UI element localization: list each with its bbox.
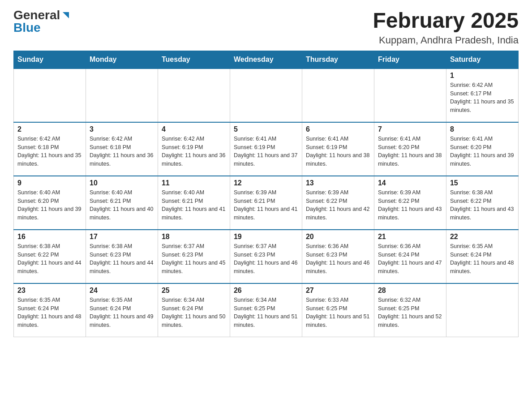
day-info: Sunrise: 6:37 AMSunset: 6:23 PMDaylight:…	[234, 242, 298, 276]
logo-blue-text: Blue	[13, 21, 41, 34]
calendar-cell: 6Sunrise: 6:41 AMSunset: 6:19 PMDaylight…	[302, 122, 374, 176]
day-number: 3	[90, 125, 154, 133]
day-number: 16	[17, 233, 82, 241]
calendar-week-row: 16Sunrise: 6:38 AMSunset: 6:22 PMDayligh…	[14, 230, 519, 283]
title-area: February 2025 Kuppam, Andhra Pradesh, In…	[373, 9, 519, 46]
calendar-cell: 13Sunrise: 6:39 AMSunset: 6:22 PMDayligh…	[302, 176, 374, 230]
day-info: Sunrise: 6:39 AMSunset: 6:22 PMDaylight:…	[306, 188, 370, 222]
calendar-cell	[14, 68, 86, 122]
day-info: Sunrise: 6:39 AMSunset: 6:22 PMDaylight:…	[378, 188, 442, 222]
calendar-cell: 19Sunrise: 6:37 AMSunset: 6:23 PMDayligh…	[230, 230, 302, 283]
calendar-cell: 9Sunrise: 6:40 AMSunset: 6:20 PMDaylight…	[14, 176, 86, 230]
calendar-cell: 15Sunrise: 6:38 AMSunset: 6:22 PMDayligh…	[446, 176, 518, 230]
calendar-cell: 25Sunrise: 6:34 AMSunset: 6:24 PMDayligh…	[158, 283, 230, 337]
day-info: Sunrise: 6:40 AMSunset: 6:20 PMDaylight:…	[17, 188, 82, 222]
calendar-cell: 28Sunrise: 6:32 AMSunset: 6:25 PMDayligh…	[374, 283, 446, 337]
day-number: 6	[306, 125, 370, 133]
day-number: 28	[378, 287, 442, 295]
day-info: Sunrise: 6:42 AMSunset: 6:19 PMDaylight:…	[162, 135, 226, 168]
day-info: Sunrise: 6:34 AMSunset: 6:24 PMDaylight:…	[162, 296, 226, 330]
calendar-cell	[302, 68, 374, 122]
day-number: 14	[378, 179, 442, 187]
day-number: 25	[162, 287, 226, 295]
day-info: Sunrise: 6:36 AMSunset: 6:23 PMDaylight:…	[306, 242, 370, 276]
calendar-cell: 11Sunrise: 6:40 AMSunset: 6:21 PMDayligh…	[158, 176, 230, 230]
day-info: Sunrise: 6:42 AMSunset: 6:18 PMDaylight:…	[90, 135, 154, 168]
calendar-cell: 24Sunrise: 6:35 AMSunset: 6:24 PMDayligh…	[86, 283, 158, 337]
day-info: Sunrise: 6:37 AMSunset: 6:23 PMDaylight:…	[162, 242, 226, 276]
day-info: Sunrise: 6:40 AMSunset: 6:21 PMDaylight:…	[162, 188, 226, 222]
day-number: 11	[162, 179, 226, 187]
calendar-cell: 1Sunrise: 6:42 AMSunset: 6:17 PMDaylight…	[446, 68, 518, 122]
logo: General Blue	[13, 9, 71, 34]
calendar-cell: 20Sunrise: 6:36 AMSunset: 6:23 PMDayligh…	[302, 230, 374, 283]
day-number: 2	[17, 125, 82, 133]
calendar-cell: 16Sunrise: 6:38 AMSunset: 6:22 PMDayligh…	[14, 230, 86, 283]
weekday-header-thursday: Thursday	[302, 51, 374, 68]
day-info: Sunrise: 6:33 AMSunset: 6:25 PMDaylight:…	[306, 296, 370, 330]
calendar-cell: 18Sunrise: 6:37 AMSunset: 6:23 PMDayligh…	[158, 230, 230, 283]
day-number: 12	[234, 179, 298, 187]
day-number: 4	[162, 125, 226, 133]
day-info: Sunrise: 6:35 AMSunset: 6:24 PMDaylight:…	[90, 296, 154, 330]
day-number: 5	[234, 125, 298, 133]
day-number: 20	[306, 233, 370, 241]
day-info: Sunrise: 6:42 AMSunset: 6:18 PMDaylight:…	[17, 135, 82, 168]
day-info: Sunrise: 6:38 AMSunset: 6:22 PMDaylight:…	[450, 188, 515, 222]
day-info: Sunrise: 6:36 AMSunset: 6:24 PMDaylight:…	[378, 242, 442, 276]
day-number: 13	[306, 179, 370, 187]
day-info: Sunrise: 6:34 AMSunset: 6:25 PMDaylight:…	[234, 296, 298, 330]
day-number: 9	[17, 179, 82, 187]
calendar-cell: 23Sunrise: 6:35 AMSunset: 6:24 PMDayligh…	[14, 283, 86, 337]
svg-marker-0	[63, 12, 69, 18]
calendar-cell: 7Sunrise: 6:41 AMSunset: 6:20 PMDaylight…	[374, 122, 446, 176]
day-number: 27	[306, 287, 370, 295]
calendar-cell: 12Sunrise: 6:39 AMSunset: 6:21 PMDayligh…	[230, 176, 302, 230]
calendar-cell: 17Sunrise: 6:38 AMSunset: 6:23 PMDayligh…	[86, 230, 158, 283]
day-info: Sunrise: 6:35 AMSunset: 6:24 PMDaylight:…	[17, 296, 82, 330]
weekday-header-sunday: Sunday	[14, 51, 86, 68]
calendar-table: SundayMondayTuesdayWednesdayThursdayFrid…	[13, 51, 519, 338]
calendar-cell	[86, 68, 158, 122]
day-info: Sunrise: 6:32 AMSunset: 6:25 PMDaylight:…	[378, 296, 442, 330]
day-info: Sunrise: 6:41 AMSunset: 6:19 PMDaylight:…	[306, 135, 370, 168]
calendar-cell: 4Sunrise: 6:42 AMSunset: 6:19 PMDaylight…	[158, 122, 230, 176]
day-number: 23	[17, 287, 82, 295]
day-number: 18	[162, 233, 226, 241]
calendar-cell: 26Sunrise: 6:34 AMSunset: 6:25 PMDayligh…	[230, 283, 302, 337]
calendar-cell: 14Sunrise: 6:39 AMSunset: 6:22 PMDayligh…	[374, 176, 446, 230]
calendar-cell: 21Sunrise: 6:36 AMSunset: 6:24 PMDayligh…	[374, 230, 446, 283]
weekday-header-row: SundayMondayTuesdayWednesdayThursdayFrid…	[14, 51, 519, 68]
calendar-cell: 5Sunrise: 6:41 AMSunset: 6:19 PMDaylight…	[230, 122, 302, 176]
weekday-header-tuesday: Tuesday	[158, 51, 230, 68]
weekday-header-wednesday: Wednesday	[230, 51, 302, 68]
day-info: Sunrise: 6:35 AMSunset: 6:24 PMDaylight:…	[450, 242, 515, 276]
day-number: 19	[234, 233, 298, 241]
day-info: Sunrise: 6:38 AMSunset: 6:22 PMDaylight:…	[17, 242, 82, 276]
day-number: 1	[450, 72, 515, 80]
calendar-cell: 3Sunrise: 6:42 AMSunset: 6:18 PMDaylight…	[86, 122, 158, 176]
weekday-header-monday: Monday	[86, 51, 158, 68]
calendar-cell	[374, 68, 446, 122]
day-number: 7	[378, 125, 442, 133]
day-number: 24	[90, 287, 154, 295]
calendar-cell	[230, 68, 302, 122]
day-number: 8	[450, 125, 515, 133]
weekday-header-friday: Friday	[374, 51, 446, 68]
calendar-cell: 8Sunrise: 6:41 AMSunset: 6:20 PMDaylight…	[446, 122, 518, 176]
logo-general-text: General	[13, 9, 60, 21]
location-title: Kuppam, Andhra Pradesh, India	[373, 34, 519, 46]
weekday-header-saturday: Saturday	[446, 51, 518, 68]
day-number: 26	[234, 287, 298, 295]
day-number: 17	[90, 233, 154, 241]
day-info: Sunrise: 6:41 AMSunset: 6:20 PMDaylight:…	[378, 135, 442, 168]
day-info: Sunrise: 6:39 AMSunset: 6:21 PMDaylight:…	[234, 188, 298, 222]
calendar-cell	[446, 283, 518, 337]
calendar-week-row: 1Sunrise: 6:42 AMSunset: 6:17 PMDaylight…	[14, 68, 519, 122]
calendar-cell: 2Sunrise: 6:42 AMSunset: 6:18 PMDaylight…	[14, 122, 86, 176]
calendar-cell	[158, 68, 230, 122]
day-info: Sunrise: 6:42 AMSunset: 6:17 PMDaylight:…	[450, 81, 515, 115]
day-number: 21	[378, 233, 442, 241]
day-info: Sunrise: 6:40 AMSunset: 6:21 PMDaylight:…	[90, 188, 154, 222]
calendar-cell: 27Sunrise: 6:33 AMSunset: 6:25 PMDayligh…	[302, 283, 374, 337]
